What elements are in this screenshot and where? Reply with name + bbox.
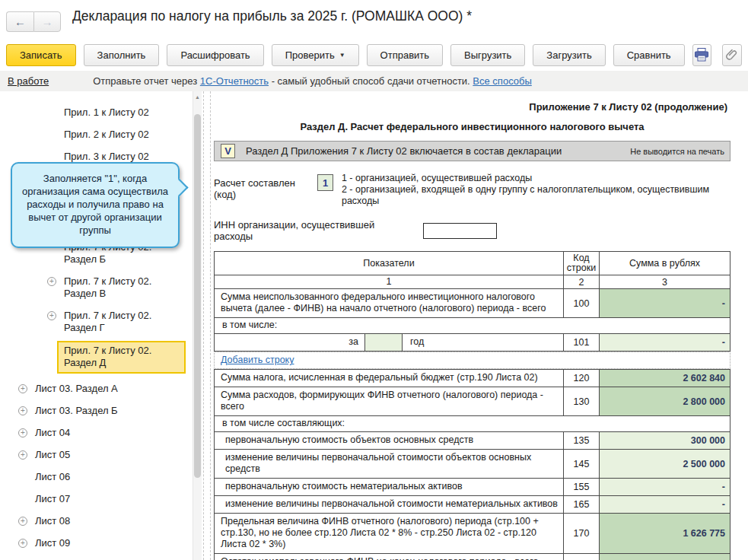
scrollbar-up-icon[interactable]: ▲	[193, 91, 202, 102]
tree-item-2[interactable]: Прил. 2 к Листу 02	[0, 124, 192, 146]
amount-cell-145[interactable]: 2 500 000	[600, 450, 730, 478]
section-title: Раздел Д. Расчет федерального инвестицио…	[214, 121, 730, 132]
tree-item-8[interactable]: +Лист 03. Раздел А	[0, 378, 192, 400]
expand-plus-icon[interactable]: +	[18, 539, 27, 548]
tree-item-label: Лист 03. Раздел Б	[35, 405, 118, 416]
nav-button-group: ← →	[6, 11, 61, 32]
amount-cell-120[interactable]: 2 602 840	[600, 370, 730, 387]
tree-item-11[interactable]: +Лист 05	[0, 444, 192, 466]
table-subheader-row: в том числе составляющих:	[215, 415, 730, 431]
calc-code-label: Расчет составлен (код)	[214, 173, 317, 200]
indicator-text-130: Сумма расходов, формирующих ФИНВ отчетно…	[215, 387, 564, 415]
amount-cell-200[interactable]: 1 173 225	[600, 554, 730, 560]
table-section: Сумма налога, исчисленная в федеральный …	[214, 369, 730, 560]
toolbar-button-3[interactable]: Расшифровать	[167, 44, 263, 66]
toolbar-button-label: Отправить	[380, 49, 429, 61]
add-row-band: +Добавить строку	[214, 352, 730, 369]
table-row-200: Остаток неиспользованного ФИНВ на конец …	[215, 553, 730, 560]
inn-label: ИНН организации, осуществившей расходы	[214, 219, 393, 242]
amount-cell-130[interactable]: 2 800 000	[600, 387, 730, 415]
indicator-text-145: изменение величины первоначальной стоимо…	[215, 450, 564, 478]
status-text-before: Отправьте отчет через	[93, 75, 200, 87]
include-section-bar: V Раздел Д Приложения 7 к Листу 02 включ…	[214, 141, 730, 161]
1c-reporting-link[interactable]: 1С-Отчетность	[200, 75, 269, 87]
tree-item-10[interactable]: +Лист 04	[0, 422, 192, 444]
line-code-165: 165	[564, 496, 600, 513]
calc-code-input[interactable]: 1	[317, 174, 333, 191]
calc-code-row: Расчет составлен (код) 1 1 - организацие…	[214, 173, 739, 207]
table-row-135: первоначальную стоимость объектов основн…	[215, 431, 730, 449]
amount-cell-100[interactable]: -	[600, 289, 730, 317]
tree-item-5[interactable]: +Прил. 7 к Листу 02. Раздел В	[0, 271, 192, 305]
back-button[interactable]: ←	[6, 11, 33, 32]
expand-plus-icon[interactable]: +	[18, 428, 27, 438]
amount-cell-101[interactable]: -	[600, 334, 730, 351]
line-code-155: 155	[564, 479, 600, 495]
table-row-170: Предельная величина ФИНВ отчетного (нало…	[215, 513, 730, 553]
report-state-link[interactable]: В работе	[8, 75, 49, 87]
table-row-101: загод101-	[215, 333, 730, 351]
amount-cell-170[interactable]: 1 626 775	[600, 514, 730, 553]
toolbar-button-5[interactable]: Отправить	[367, 44, 443, 66]
print-button[interactable]	[692, 44, 712, 66]
inn-input[interactable]	[423, 223, 497, 239]
subheader-text: в том числе:	[215, 318, 730, 333]
toolbar-button-4[interactable]: Проверить▼	[272, 44, 359, 66]
line-code-135: 135	[564, 432, 600, 449]
add-row-link[interactable]: Добавить строку	[221, 355, 294, 365]
tree-item-label: Лист 04	[35, 427, 70, 438]
amount-cell-155[interactable]: -	[600, 479, 730, 495]
expand-plus-icon[interactable]: +	[18, 384, 27, 393]
toolbar-button-6[interactable]: Выгрузить	[450, 44, 525, 66]
toolbar-button-1[interactable]: Записать	[6, 44, 76, 66]
tree-item-9[interactable]: +Лист 03. Раздел Б	[0, 400, 192, 422]
inn-row: ИНН организации, осуществившей расходы	[214, 219, 739, 242]
year-input-101[interactable]	[364, 334, 403, 351]
col-number-2: 2	[564, 275, 600, 288]
tree-item-label: Лист 05	[35, 449, 70, 460]
expand-plus-icon[interactable]: +	[18, 406, 27, 415]
tree-item-label: Лист 09	[35, 537, 70, 549]
toolbar-button-8[interactable]: Сравнить	[613, 44, 685, 66]
tree-item-13[interactable]: Лист 07	[0, 488, 192, 511]
expand-plus-icon[interactable]: +	[47, 277, 56, 286]
sidebar-scrollbar[interactable]: ▲	[193, 91, 202, 560]
amount-cell-135[interactable]: 300 000	[600, 432, 730, 449]
tree-item-label: Прил. 7 к Листу 02. Раздел В	[64, 275, 151, 299]
toolbar-button-label: Выгрузить	[464, 49, 511, 61]
tree-item-label: Лист 08	[35, 515, 70, 527]
tree-item-label: Лист 07	[35, 493, 70, 504]
expand-plus-icon[interactable]: +	[47, 311, 56, 320]
panel-splitter[interactable]	[203, 91, 211, 560]
status-message: Отправьте отчет через 1С-Отчетность - са…	[93, 75, 532, 87]
table-row-155: первоначальную стоимость нематериальных …	[215, 478, 730, 495]
scrollbar-thumb[interactable]	[194, 114, 201, 478]
tree-item-1[interactable]: Прил. 1 к Листу 02	[0, 102, 192, 124]
include-section-checkbox[interactable]: V	[221, 144, 235, 158]
year-cell-group: загод	[215, 334, 564, 351]
attachments-button[interactable]	[722, 44, 742, 66]
toolbar-button-2[interactable]: Заполнить	[84, 44, 160, 66]
line-code-100: 100	[564, 289, 600, 317]
year-prefix-label: за	[215, 334, 364, 351]
line-code-101: 101	[564, 334, 600, 351]
tree-item-selected-label: Прил. 7 к Листу 02. Раздел Д	[57, 341, 186, 374]
tree-item-12[interactable]: Лист 06	[0, 466, 192, 488]
indicators-table: ПоказателиКод строкиСумма в рублях123Сум…	[214, 251, 730, 560]
expand-plus-icon[interactable]: +	[18, 517, 27, 526]
col-number-1: 1	[215, 275, 564, 288]
line-code-200: 200	[564, 554, 600, 560]
toolbar-button-7[interactable]: Загрузить	[533, 44, 605, 66]
tree-item-15[interactable]: +Лист 09	[0, 533, 192, 555]
tree-item-7[interactable]: Прил. 7 к Листу 02. Раздел Д	[0, 339, 192, 378]
line-code-145: 145	[564, 450, 600, 478]
indicator-text-170: Предельная величина ФИНВ отчетного (нало…	[215, 514, 564, 553]
tree-item-6[interactable]: +Прил. 7 к Листу 02. Раздел Г	[0, 305, 192, 339]
expand-plus-icon[interactable]: +	[18, 450, 27, 460]
col-number-3: 3	[600, 275, 730, 288]
forward-button[interactable]: →	[33, 11, 61, 32]
all-methods-link[interactable]: Все способы	[473, 75, 531, 87]
tree-item-14[interactable]: +Лист 08	[0, 511, 192, 533]
amount-cell-165[interactable]: -	[600, 496, 730, 513]
table-number-row: 123	[215, 275, 730, 288]
